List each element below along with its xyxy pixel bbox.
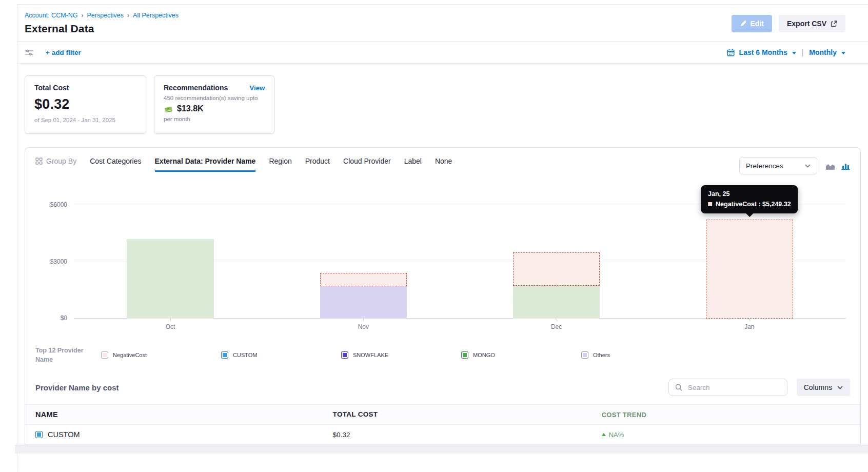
- legend-swatch: [101, 351, 108, 359]
- search-icon: [675, 384, 682, 391]
- export-csv-label: Export CSV: [787, 19, 826, 28]
- tab-external-data-provider-name[interactable]: External Data: Provider Name: [155, 157, 256, 172]
- y-axis-label: $6000: [50, 201, 67, 208]
- x-axis-tick: [557, 319, 557, 321]
- add-filter-button[interactable]: + add filter: [46, 49, 81, 56]
- page-content: Account: CCM-NG›Perspectives›All Perspec…: [17, 4, 868, 471]
- table-row[interactable]: CUSTOM$0.32NA%: [25, 425, 860, 445]
- grid-icon: [35, 158, 43, 165]
- trend-up-icon: [602, 433, 606, 436]
- legend-swatch: [341, 351, 348, 359]
- date-range-select[interactable]: Last 6 Months: [739, 48, 787, 56]
- total-cost-title: Total Cost: [34, 84, 136, 92]
- legend-label: Others: [593, 352, 610, 358]
- tooltip-title: Jan, 25: [708, 190, 791, 198]
- edit-button-label: Edit: [751, 19, 764, 28]
- columns-button[interactable]: Columns: [797, 379, 850, 396]
- bar-negativecost-nov[interactable]: [320, 273, 407, 286]
- bar-others-nov[interactable]: [320, 286, 407, 319]
- legend-swatch: [581, 351, 588, 359]
- legend-item-custom[interactable]: CUSTOM: [221, 351, 341, 359]
- total-cost-period: of Sep 01, 2024 - Jan 31, 2025: [34, 117, 136, 123]
- area-chart-icon[interactable]: [825, 162, 835, 170]
- groupby-row: Group By Cost CategoriesExternal Data: P…: [35, 157, 850, 174]
- x-axis-tick: [170, 319, 171, 321]
- page-title: External Data: [25, 23, 179, 35]
- date-controls: Last 6 Months | Monthly: [727, 48, 845, 56]
- recommendations-amount: $13.8K: [177, 104, 204, 113]
- breadcrumb-separator: ›: [82, 12, 84, 19]
- search-input[interactable]: [687, 383, 781, 392]
- recommendations-title: Recommendations: [164, 84, 228, 92]
- header-actions: Edit Export CSV: [732, 15, 845, 32]
- breadcrumb-item[interactable]: All Perspectives: [133, 12, 179, 19]
- date-range-chevron-icon[interactable]: [792, 52, 796, 54]
- tab-label[interactable]: Label: [404, 157, 422, 172]
- x-axis-label: Dec: [551, 323, 562, 330]
- legend-items: NegativeCostCUSTOMSNOWFLAKEMONGOOthers: [101, 351, 850, 359]
- legend-item-negativecost[interactable]: NegativeCost: [101, 351, 221, 359]
- table-header-row: NAMETOTAL COSTCOST TREND: [25, 404, 860, 425]
- tab-none[interactable]: None: [435, 157, 452, 172]
- groupby-tabs: Cost CategoriesExternal Data: Provider N…: [90, 157, 452, 172]
- bar-negativecost-jan[interactable]: [706, 220, 793, 319]
- column-header-cost-trend[interactable]: COST TREND: [602, 410, 850, 419]
- filter-settings-icon[interactable]: [25, 49, 33, 56]
- provider-table: NAMETOTAL COSTCOST TREND CUSTOM$0.32NA%: [25, 404, 860, 454]
- cost-chart: $0$3000$6000 Jan, 25 NegativeCost : $5,2…: [35, 188, 850, 341]
- legend-item-mongo[interactable]: MONGO: [461, 351, 581, 359]
- money-icon: [164, 105, 173, 113]
- table-footer-strip: [15, 445, 868, 454]
- legend-swatch: [221, 351, 228, 359]
- legend-label: CUSTOM: [233, 352, 257, 358]
- x-axis-tick: [749, 319, 750, 321]
- bar-negativecost-dec[interactable]: [513, 252, 600, 286]
- granularity-chevron-icon[interactable]: [841, 52, 845, 54]
- chevron-down-icon: [805, 164, 811, 168]
- chart-plot: Jan, 25 NegativeCost : $5,249.32 OctNovD…: [74, 188, 846, 319]
- column-chart-icon[interactable]: [841, 162, 850, 170]
- granularity-select[interactable]: Monthly: [809, 48, 837, 56]
- table-body: CUSTOM$0.32NA%: [25, 425, 860, 445]
- columns-button-label: Columns: [804, 383, 832, 391]
- summary-cards: Total Cost $0.32 of Sep 01, 2024 - Jan 3…: [17, 64, 868, 134]
- tab-region[interactable]: Region: [269, 157, 291, 172]
- tab-cost-categories[interactable]: Cost Categories: [90, 157, 141, 172]
- bar-mongo-dec[interactable]: [513, 286, 600, 319]
- tab-product[interactable]: Product: [305, 157, 330, 172]
- legend-item-snowflake[interactable]: SNOWFLAKE: [341, 351, 461, 359]
- legend-swatch: [461, 351, 468, 359]
- recommendations-subtitle: 450 recommendation(s) saving upto: [164, 95, 265, 101]
- x-axis-label: Jan: [744, 323, 754, 330]
- filter-left: + add filter: [25, 49, 81, 56]
- total-cost-card: Total Cost $0.32 of Sep 01, 2024 - Jan 3…: [25, 75, 146, 134]
- bar-mongo-oct[interactable]: [127, 239, 213, 319]
- breadcrumb-separator: ›: [127, 12, 129, 19]
- x-axis-label: Nov: [358, 323, 369, 330]
- edit-button[interactable]: Edit: [732, 15, 772, 32]
- view-recommendations-link[interactable]: View: [250, 84, 265, 92]
- breadcrumb: Account: CCM-NG›Perspectives›All Perspec…: [25, 12, 179, 19]
- tab-cloud-provider[interactable]: Cloud Provider: [343, 157, 391, 172]
- column-header-total-cost[interactable]: TOTAL COST: [333, 410, 602, 419]
- chart-legend: Top 12 Provider Name NegativeCostCUSTOMS…: [35, 346, 850, 372]
- column-header-name[interactable]: NAME: [35, 410, 333, 419]
- export-csv-button[interactable]: Export CSV: [779, 15, 845, 32]
- legend-title: Top 12 Provider Name: [35, 346, 101, 364]
- table-toolbar: Provider Name by cost Columns: [35, 372, 850, 404]
- preferences-dropdown[interactable]: Preferences: [739, 157, 817, 174]
- y-axis-label: $3000: [50, 258, 67, 265]
- calendar-icon: [727, 49, 735, 56]
- breadcrumb-item[interactable]: Perspectives: [87, 12, 124, 19]
- divider: |: [802, 48, 804, 56]
- row-name-cell: CUSTOM: [35, 430, 333, 439]
- groupby-label-text: Group By: [46, 157, 76, 165]
- legend-item-others[interactable]: Others: [581, 351, 701, 359]
- total-cost-value: $0.32: [34, 96, 136, 112]
- breadcrumb-item[interactable]: Account: CCM-NG: [25, 12, 78, 19]
- page-header: Account: CCM-NG›Perspectives›All Perspec…: [17, 5, 868, 42]
- row-swatch: [35, 431, 43, 438]
- y-axis-label: $0: [61, 314, 67, 322]
- filter-bar: + add filter Last 6 Months | Monthly: [17, 42, 868, 64]
- chevron-down-icon: [837, 386, 843, 389]
